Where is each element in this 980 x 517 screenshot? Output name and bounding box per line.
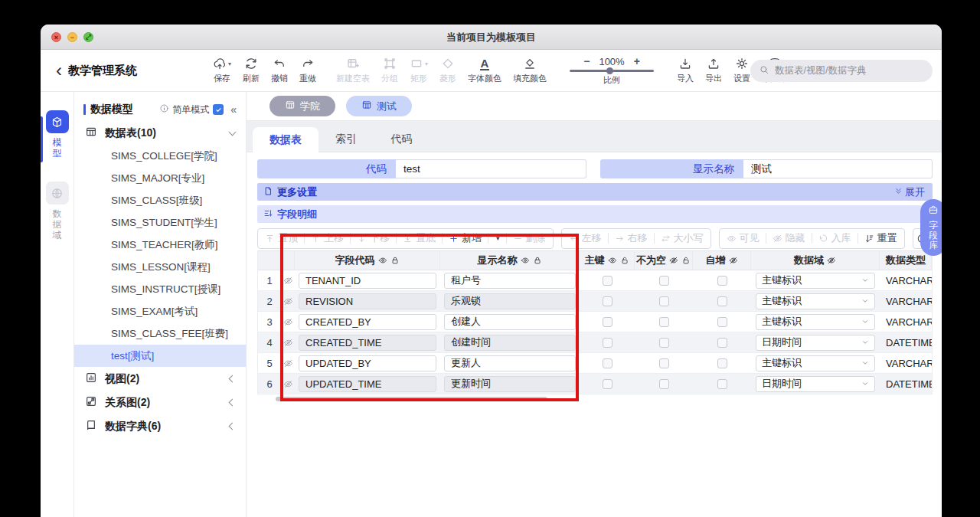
expand-button[interactable]: 展开 [894, 185, 925, 199]
display-name-input[interactable]: 测试 [743, 159, 933, 178]
more-settings-bar[interactable]: 更多设置 展开 [257, 183, 933, 201]
code-label: 代码 [257, 159, 396, 178]
zoom-in-button[interactable]: + [634, 55, 640, 67]
divider [812, 233, 812, 244]
collapse-sidebar-icon[interactable]: « [230, 103, 237, 116]
tree-item[interactable]: SIMS_MAJOR[专业] [74, 167, 246, 189]
data-domain-select[interactable]: 日期时间 [756, 376, 875, 392]
zoom-slider-knob[interactable] [606, 67, 613, 74]
tree-item[interactable]: SIMS_CLASS_FEE[班费] [74, 322, 246, 345]
field-library-button[interactable]: 字段库 [920, 199, 942, 256]
auto-increment-checkbox[interactable] [717, 276, 727, 286]
display-name-input[interactable]: 创建时间 [444, 335, 576, 351]
toolbar-gear-button[interactable]: 设置 [733, 57, 750, 84]
not-null-checkbox[interactable] [659, 338, 669, 348]
code-input[interactable]: test [396, 159, 586, 178]
search-input[interactable]: 数据表/视图/数据字典 [750, 60, 933, 82]
toolbar-redo-button[interactable]: 重做 [299, 57, 316, 84]
sidebar-section-book[interactable]: 数据字典(6) [74, 414, 246, 438]
zoom-slider[interactable] [570, 70, 654, 72]
data-domain-select[interactable]: 日期时间 [756, 335, 875, 351]
auto-increment-checkbox[interactable] [717, 338, 727, 348]
not-null-checkbox[interactable] [659, 379, 669, 389]
data-type-value: VARCHAR [880, 312, 932, 332]
toolbar-export-button[interactable]: 导出 [705, 57, 722, 84]
back-icon[interactable]: ‹ [56, 61, 62, 80]
display-name-label: 显示名称 [600, 159, 743, 178]
sidebar-section-table[interactable]: 数据表(10) [74, 121, 246, 145]
primary-key-checkbox[interactable] [603, 296, 612, 306]
tree-item[interactable]: SIMS_LESSON[课程] [74, 256, 246, 278]
import-icon [678, 57, 692, 70]
not-null-checkbox[interactable] [659, 276, 669, 286]
not-null-checkbox[interactable] [659, 358, 669, 368]
field-code-input[interactable]: REVISION [299, 293, 436, 309]
toolbar-font-color-button[interactable]: A字体颜色 [468, 57, 501, 84]
field-code-input[interactable]: UPDATED_BY [299, 355, 436, 371]
caret-button[interactable]: ▾ [495, 234, 500, 242]
auto-increment-checkbox[interactable] [717, 379, 727, 389]
display-name-input[interactable]: 租户号 [444, 273, 576, 289]
tree-item[interactable]: SIMS_STUDENT[学生] [74, 211, 246, 234]
zoom-out-button[interactable]: − [583, 55, 590, 67]
divider [488, 233, 488, 244]
toolbar-undo-button[interactable]: 撤销 [271, 57, 288, 84]
toolbar-new-table-button: 新建空表 [336, 57, 370, 84]
primary-key-checkbox[interactable] [603, 379, 612, 389]
not-null-checkbox[interactable] [659, 317, 669, 327]
chevron-down-icon [861, 380, 869, 388]
open-table-pill[interactable]: 测试 [346, 96, 412, 116]
field-code-input[interactable]: TENANT_ID [299, 273, 436, 289]
data-domain-select[interactable]: 主键标识 [756, 293, 875, 309]
tree-item[interactable]: SIMS_EXAM[考试] [74, 300, 246, 322]
field-code-input[interactable]: CREATED_BY [299, 314, 436, 330]
table-icon [361, 100, 372, 113]
data-domain-select[interactable]: 主键标识 [756, 273, 875, 289]
data-domain-select[interactable]: 主键标识 [756, 314, 875, 330]
primary-key-checkbox[interactable] [603, 338, 612, 348]
tab-数据表[interactable]: 数据表 [253, 127, 318, 152]
display-name-input[interactable]: 乐观锁 [444, 293, 576, 309]
column-header: 不为空 [635, 251, 693, 270]
rail-item-cube[interactable]: 模型 [46, 110, 69, 159]
tree-item[interactable]: SIMS_INSTRUCT[授课] [74, 278, 246, 300]
toolbar-refresh-button[interactable]: 刷新 [243, 57, 260, 84]
primary-key-checkbox[interactable] [603, 358, 612, 368]
tree-item[interactable]: test[测试] [74, 345, 246, 367]
field-code-input[interactable]: UPDATED_TIME [299, 376, 436, 392]
重置-button[interactable]: 重置 [864, 231, 897, 245]
toolbar-cloud-up-button[interactable]: ▾保存 [213, 57, 231, 84]
screen: × − ⤢ 当前项目为模板项目 ‹ 教学管理系统 ▾保存刷新撤销重做 新建空表分… [0, 0, 980, 517]
display-name-input[interactable]: 更新人 [444, 355, 576, 371]
field-library-icon [928, 205, 939, 218]
tree-item[interactable]: SIMS_COLLEGE[学院] [74, 145, 246, 167]
tab-代码[interactable]: 代码 [374, 126, 429, 152]
data-domain-select[interactable]: 主键标识 [756, 355, 875, 371]
open-table-pill[interactable]: 学院 [270, 96, 335, 116]
display-name-input[interactable]: 更新时间 [444, 376, 576, 392]
primary-key-checkbox[interactable] [603, 276, 612, 286]
detail-tabs: 数据表索引代码 [247, 121, 942, 152]
auto-increment-checkbox[interactable] [717, 317, 727, 327]
auto-increment-checkbox[interactable] [717, 358, 727, 368]
rail-item-globe[interactable]: 数据域 [46, 182, 69, 241]
tree-item[interactable]: SIMS_TEACHER[教师] [74, 234, 246, 256]
sidebar-section-chart[interactable]: 视图(2) [74, 367, 246, 391]
toolbar-import-button[interactable]: 导入 [677, 57, 694, 84]
sidebar-section-relation[interactable]: 关系图(2) [74, 391, 246, 414]
toolbar-fill-color-button[interactable]: 填充颜色 [513, 57, 547, 84]
新增-button[interactable]: 新增 [449, 231, 482, 245]
not-null-checkbox[interactable] [659, 296, 669, 306]
auto-increment-checkbox[interactable] [717, 296, 727, 306]
divider [858, 233, 858, 244]
horizontal-scrollbar[interactable] [276, 397, 547, 401]
field-detail-bar: 字段明细 [257, 205, 933, 223]
field-code-input[interactable]: CREATED_TIME [299, 335, 436, 351]
row-number: 3 [258, 312, 281, 332]
tab-索引[interactable]: 索引 [318, 126, 374, 152]
tree-item[interactable]: SIMS_CLASS[班级] [74, 189, 246, 211]
simple-mode-checkbox[interactable] [213, 104, 224, 115]
sidebar-title: 数据模型 [90, 103, 133, 116]
primary-key-checkbox[interactable] [603, 317, 612, 327]
display-name-input[interactable]: 创建人 [444, 314, 576, 330]
